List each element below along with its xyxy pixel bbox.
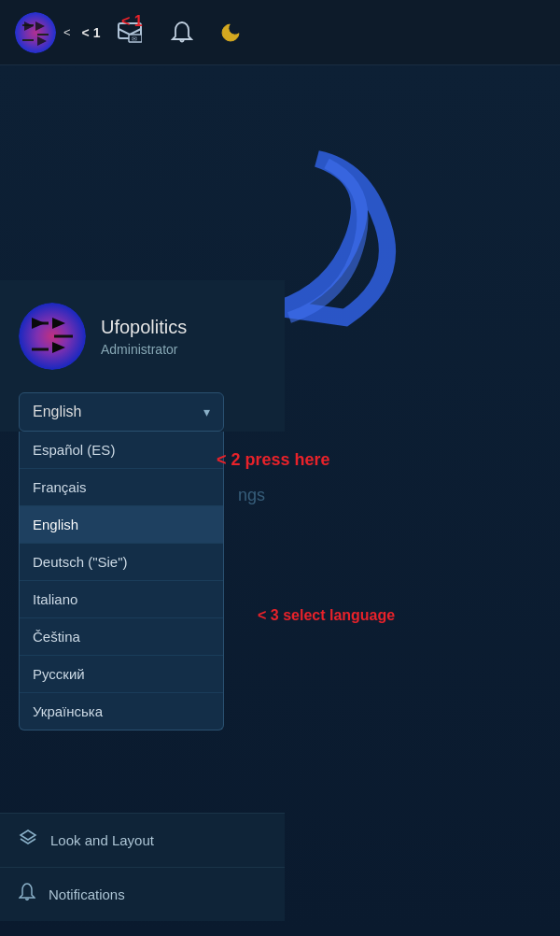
notifications-menu-item[interactable]: Notifications xyxy=(0,867,285,921)
layers-icon xyxy=(19,829,37,852)
profile-username: Ufopolitics xyxy=(101,317,187,338)
dark-mode-icon[interactable] xyxy=(216,18,245,48)
annotation-press-here: < 2 press here xyxy=(217,450,330,470)
profile-role: Administrator xyxy=(101,342,187,357)
lang-option-4[interactable]: Italiano xyxy=(20,581,223,618)
lang-option-0[interactable]: Español (ES) xyxy=(20,432,223,469)
badge-count: < 1 xyxy=(82,25,101,40)
language-dropdown-list: Español (ES)FrançaisEnglishDeutsch ("Sie… xyxy=(19,432,224,730)
svg-point-10 xyxy=(19,303,86,370)
bell-icon xyxy=(19,883,35,906)
lang-option-7[interactable]: Українська xyxy=(20,693,223,730)
user-panel: Ufopolitics Administrator English ▾ Espa… xyxy=(0,280,285,432)
less-than-symbol: < xyxy=(63,25,71,39)
svg-marker-17 xyxy=(21,830,35,840)
notifications-label: Notifications xyxy=(49,886,125,902)
lang-option-6[interactable]: Русский xyxy=(20,656,223,693)
language-dropdown[interactable]: English ▾ Español (ES)FrançaisEnglishDeu… xyxy=(19,392,266,432)
annotation-badge: < 1 xyxy=(121,13,143,30)
profile-info: Ufopolitics Administrator xyxy=(101,317,187,357)
top-navigation-bar: < < 1 ✉ < 1 xyxy=(0,0,560,65)
logo-icon[interactable] xyxy=(15,12,56,53)
side-menu: Look and Layout Notifications xyxy=(0,813,285,936)
lang-option-1[interactable]: Français xyxy=(20,469,223,506)
current-language-label: English xyxy=(33,404,81,420)
look-and-layout-menu-item[interactable]: Look and Layout xyxy=(0,813,285,867)
chevron-down-icon: ▾ xyxy=(203,404,210,419)
svg-point-0 xyxy=(15,12,56,53)
notification-bell-icon[interactable] xyxy=(167,18,197,48)
avatar[interactable] xyxy=(19,303,86,370)
lang-option-5[interactable]: Čeština xyxy=(20,618,223,656)
bg-text-ngs: ngs xyxy=(238,486,265,505)
look-and-layout-label: Look and Layout xyxy=(50,832,154,848)
profile-section: Ufopolitics Administrator xyxy=(19,303,266,370)
language-select-button[interactable]: English ▾ xyxy=(19,392,224,432)
annotation-select-language: < 3 select language xyxy=(258,607,395,624)
svg-text:✉: ✉ xyxy=(132,35,137,42)
lang-option-3[interactable]: Deutsch ("Sie") xyxy=(20,544,223,581)
lang-option-2[interactable]: English xyxy=(20,506,223,544)
